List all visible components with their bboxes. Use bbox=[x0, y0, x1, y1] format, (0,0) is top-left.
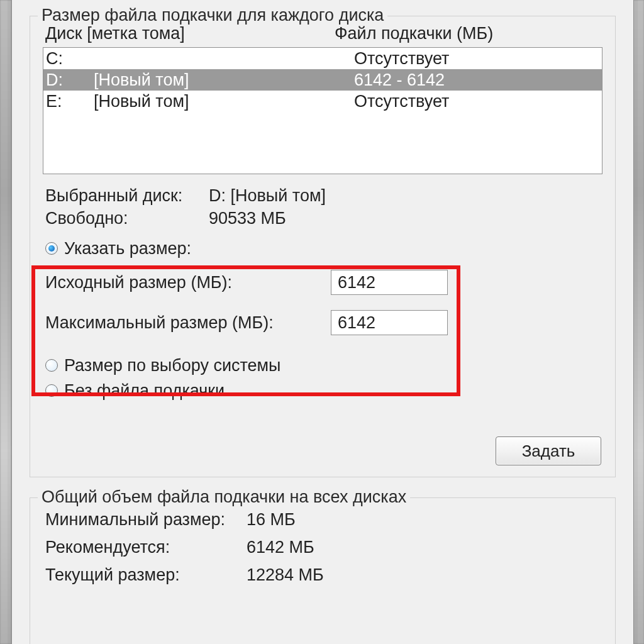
set-button[interactable]: Задать bbox=[496, 436, 601, 465]
free-space-label: Свободно: bbox=[45, 207, 209, 230]
total-pagefile-group-title: Общий объем файла подкачки на всех диска… bbox=[38, 487, 410, 507]
drive-letter: D: bbox=[46, 69, 94, 91]
drive-row[interactable]: C: Отсутствует bbox=[43, 48, 602, 69]
max-size-input[interactable] bbox=[331, 310, 448, 335]
min-size-row: Минимальный размер: 16 МБ bbox=[43, 508, 602, 531]
radio-system-managed[interactable]: Размер по выбору системы bbox=[43, 353, 602, 378]
recommended-size-row: Рекомендуется: 6142 МБ bbox=[43, 536, 602, 558]
max-size-label: Максимальный размер (МБ): bbox=[45, 313, 331, 333]
recommended-label: Рекомендуется: bbox=[45, 536, 247, 558]
per-drive-group-title: Размер файла подкачки для каждого диска bbox=[38, 5, 387, 25]
selected-drive-value: D: [Новый том] bbox=[209, 184, 602, 207]
radio-icon bbox=[45, 359, 58, 372]
virtual-memory-dialog: Размер файла подкачки для каждого диска … bbox=[11, 0, 634, 644]
max-size-row: Максимальный размер (МБ): bbox=[43, 310, 602, 335]
min-size-value: 16 МБ bbox=[247, 508, 602, 531]
selected-drive-row: Выбранный диск: D: [Новый том] bbox=[43, 184, 602, 207]
radio-no-pagefile[interactable]: Без файла подкачки bbox=[43, 378, 602, 403]
radio-icon bbox=[45, 384, 58, 397]
drive-letter: E: bbox=[46, 91, 94, 112]
per-drive-group: Размер файла подкачки для каждого диска … bbox=[30, 16, 616, 477]
radio-custom-size-label: Указать размер: bbox=[64, 236, 191, 261]
drive-pagefile: Отсутствует bbox=[354, 48, 598, 69]
header-pagefile: Файл подкачки (МБ) bbox=[335, 24, 602, 43]
current-size-row: Текущий размер: 12284 МБ bbox=[43, 564, 602, 586]
drive-row[interactable]: E: [Новый том] Отсутствует bbox=[43, 91, 602, 112]
radio-no-pagefile-label: Без файла подкачки bbox=[64, 378, 225, 403]
drive-pagefile: Отсутствует bbox=[354, 91, 598, 112]
drive-letter: C: bbox=[46, 48, 94, 69]
initial-size-input[interactable] bbox=[331, 270, 448, 295]
radio-system-managed-label: Размер по выбору системы bbox=[64, 353, 281, 378]
selected-drive-label: Выбранный диск: bbox=[45, 184, 209, 207]
drive-pagefile: 6142 - 6142 bbox=[354, 69, 598, 91]
current-value: 12284 МБ bbox=[247, 564, 602, 586]
current-label: Текущий размер: bbox=[45, 564, 247, 586]
drive-label bbox=[94, 48, 354, 69]
drive-row[interactable]: D: [Новый том] 6142 - 6142 bbox=[43, 69, 602, 91]
header-drive: Диск [метка тома] bbox=[45, 24, 335, 43]
radio-icon bbox=[45, 242, 58, 255]
radio-custom-size[interactable]: Указать размер: bbox=[43, 236, 602, 261]
free-space-row: Свободно: 90533 МБ bbox=[43, 207, 602, 230]
free-space-value: 90533 МБ bbox=[209, 207, 602, 230]
drive-label: [Новый том] bbox=[94, 69, 354, 91]
initial-size-row: Исходный размер (МБ): bbox=[43, 270, 602, 295]
initial-size-label: Исходный размер (МБ): bbox=[45, 273, 331, 292]
min-size-label: Минимальный размер: bbox=[45, 508, 247, 531]
set-button-label: Задать bbox=[522, 441, 575, 461]
total-pagefile-group: Общий объем файла подкачки на всех диска… bbox=[30, 497, 616, 644]
drive-list[interactable]: C: Отсутствует D: [Новый том] 6142 - 614… bbox=[43, 47, 602, 174]
drive-label: [Новый том] bbox=[94, 91, 354, 112]
recommended-value: 6142 МБ bbox=[247, 536, 602, 558]
drive-list-header: Диск [метка тома] Файл подкачки (МБ) bbox=[43, 24, 602, 43]
